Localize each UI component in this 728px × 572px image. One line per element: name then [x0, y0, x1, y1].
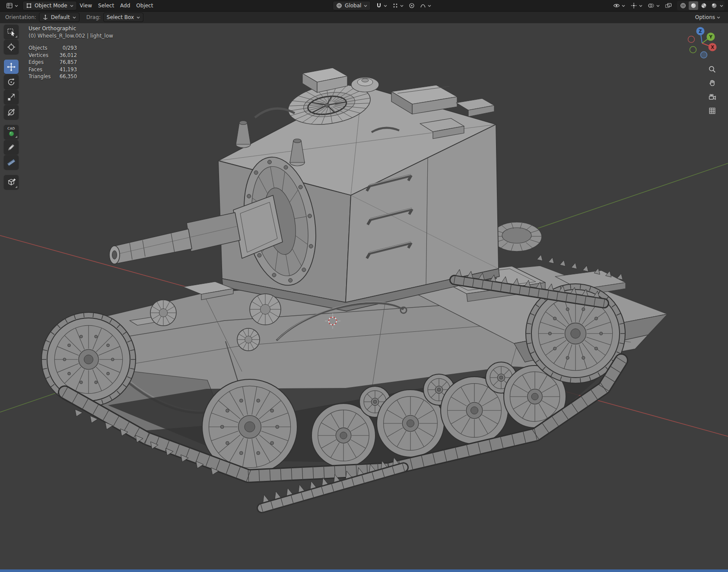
show-gizmo-dropdown[interactable]: [628, 1, 645, 10]
mode-dropdown[interactable]: Object Mode: [22, 1, 77, 10]
viewport-canvas[interactable]: [0, 22, 728, 569]
chevron-down-icon: [720, 5, 723, 7]
visibility-eye-icon: [613, 2, 620, 9]
menu-view[interactable]: View: [77, 1, 95, 10]
grid-icon: [708, 107, 716, 115]
shading-rendered-icon: [711, 3, 717, 9]
tool-settings-bar: Orientation: Default Drag: Select Box Op…: [0, 11, 728, 23]
tool-cursor-button[interactable]: [4, 40, 19, 54]
chevron-down-icon: [428, 5, 431, 7]
chevron-down-icon: [137, 16, 140, 19]
show-overlays-dropdown[interactable]: [645, 1, 662, 10]
shading-mode-group: [677, 1, 725, 10]
menu-select[interactable]: Select: [95, 1, 117, 10]
scale-icon: [6, 92, 16, 102]
gizmo-x-label: X: [711, 45, 714, 50]
proportional-falloff-dropdown[interactable]: [417, 1, 434, 10]
viewport-side-controls: [706, 64, 718, 116]
drag-value: Select Box: [107, 14, 134, 20]
tool-annotate-button[interactable]: [4, 140, 19, 154]
drag-mode-dropdown[interactable]: Select Box: [103, 13, 143, 22]
shading-solid-icon: [690, 3, 696, 9]
measure-ruler-icon: [6, 158, 16, 167]
gizmo-axis-negx[interactable]: [688, 36, 695, 43]
mode-dropdown-label: Object Mode: [35, 3, 67, 9]
menu-object[interactable]: Object: [133, 1, 156, 10]
zoom-icon: [708, 65, 716, 73]
snap-target-icon: [392, 3, 398, 9]
active-object-text: (0) Wheels_R_low.002 | light_low: [29, 32, 113, 40]
select-box-icon: [6, 27, 16, 37]
3d-viewport[interactable]: CAD: [0, 22, 728, 569]
chevron-down-icon: [622, 5, 625, 7]
gizmo-y-label: Y: [709, 35, 712, 39]
tool-add-cube-button[interactable]: [4, 175, 19, 189]
cad-tool-label: CAD: [7, 127, 15, 130]
tool-measure-button[interactable]: [4, 155, 19, 169]
object-type-visibility-dropdown[interactable]: [610, 1, 628, 10]
viewport-overlay-info: User Orthographic (0) Wheels_R_low.002 |…: [29, 25, 113, 80]
gizmo-z-label: Z: [699, 29, 702, 34]
proportional-editing-toggle[interactable]: [406, 1, 417, 10]
pan-hand-icon: [708, 79, 716, 87]
snap-settings-dropdown[interactable]: [390, 1, 406, 10]
tank-wireframe-model[interactable]: [41, 68, 668, 513]
annotate-pencil-icon: [6, 143, 16, 152]
orientation-default-dropdown[interactable]: Default: [39, 13, 79, 22]
chevron-down-icon: [70, 5, 73, 7]
view-name-text: User Orthographic: [29, 25, 113, 32]
gizmo-icon: [630, 2, 637, 9]
chevron-down-icon: [364, 5, 367, 7]
object-mode-icon: [26, 3, 32, 9]
transform-orientation-dropdown[interactable]: Global: [333, 1, 371, 10]
chevron-down-icon: [384, 5, 387, 7]
stat-row-triangles: Triangles 66,350: [29, 73, 113, 80]
chevron-down-icon: [656, 5, 660, 7]
editor-divider[interactable]: [0, 569, 728, 572]
tool-transform-button[interactable]: [4, 105, 19, 119]
toggle-projection-button[interactable]: [706, 105, 718, 116]
magnet-icon: [376, 3, 382, 9]
menu-add[interactable]: Add: [117, 1, 133, 10]
shading-material-button[interactable]: [699, 1, 709, 10]
xray-toggle[interactable]: [662, 1, 674, 10]
camera-view-button[interactable]: [706, 92, 718, 102]
stat-row-edges: Edges 76,857: [29, 59, 113, 66]
tool-rotate-button[interactable]: [4, 75, 19, 89]
tool-scale-button[interactable]: [4, 90, 19, 104]
chevron-down-icon: [400, 5, 404, 7]
snap-toggle[interactable]: [373, 1, 390, 10]
orientation-label: Global: [345, 3, 361, 9]
falloff-curve-icon: [420, 3, 426, 9]
shading-solid-button[interactable]: [689, 1, 698, 10]
gizmo-axis-negz[interactable]: [701, 52, 707, 58]
overlays-icon: [648, 2, 655, 9]
cad-sphere-icon: [8, 130, 15, 137]
tool-select-box-button[interactable]: [4, 25, 19, 39]
statistics-overlay: Objects 0/293 Vertices 36,012 Edges 76,8…: [29, 44, 113, 80]
move-icon: [6, 62, 16, 72]
editor-type-button[interactable]: [3, 1, 21, 10]
rotate-icon: [6, 77, 16, 87]
navigation-gizmo[interactable]: Z Y X: [685, 25, 719, 60]
toolbar: CAD: [4, 25, 19, 189]
zoom-button[interactable]: [706, 64, 718, 74]
globe-icon: [336, 3, 342, 9]
gizmo-axis-negy[interactable]: [690, 47, 696, 53]
add-cube-icon: [6, 178, 16, 187]
chevron-down-icon: [73, 16, 76, 19]
pan-button[interactable]: [706, 78, 718, 88]
options-dropdown[interactable]: Options: [693, 13, 723, 22]
tool-move-button[interactable]: [4, 60, 19, 74]
shading-wireframe-button[interactable]: [678, 1, 688, 10]
xray-icon: [665, 2, 672, 9]
tool-cad-sketcher-button[interactable]: CAD: [4, 125, 19, 139]
chevron-down-icon: [717, 16, 720, 19]
axes-icon: [42, 14, 48, 20]
orientation-field-label: Orientation:: [5, 14, 36, 20]
editor-type-icon: [6, 2, 13, 9]
drag-field-label: Drag:: [86, 14, 101, 20]
stat-row-faces: Faces 41,193: [29, 66, 113, 73]
shading-rendered-button[interactable]: [709, 1, 719, 10]
stat-row-vertices: Vertices 36,012: [29, 52, 113, 59]
